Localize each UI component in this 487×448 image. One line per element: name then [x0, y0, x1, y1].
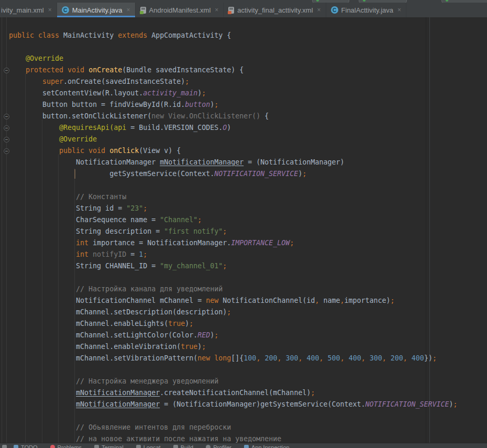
code-content: public class MainActivity extends AppCom… — [0, 30, 487, 443]
code-line[interactable]: mChannel.setLightColor(Color.RED); — [0, 330, 487, 341]
code-token: mNotificationManager — [76, 389, 160, 397]
close-tab-icon[interactable]: × — [317, 6, 321, 14]
tab-FinalActtivity.java[interactable]: CFinalActtivity.java× — [326, 3, 406, 17]
tool-window-button-todo[interactable]: TODO — [14, 444, 38, 448]
code-token: NotificationChannel mChannel = — [9, 297, 206, 304]
code-token: 100 — [244, 354, 256, 362]
code-token: ; — [227, 308, 231, 316]
code-token: // Константы — [9, 193, 126, 201]
code-token: ; — [302, 170, 306, 178]
code-token — [386, 354, 391, 362]
code-line[interactable] — [0, 410, 487, 422]
code-token: "first notify" — [164, 227, 223, 235]
code-line[interactable]: @Override — [0, 134, 487, 145]
code-line[interactable]: mNotificationManager = (NotificationMana… — [0, 399, 487, 410]
code-line[interactable]: setContentView(R.layout.activity_main); — [0, 88, 487, 99]
tool-window-button-problems[interactable]: Problems — [50, 444, 82, 448]
code-token: AppCompatActivity { — [147, 31, 231, 39]
code-token: ; — [223, 262, 227, 270]
code-token: ; — [143, 204, 147, 212]
code-line[interactable]: super.onCreate(savedInstanceState); — [0, 76, 487, 88]
code-token: // на новое активити после нажатия на ув… — [9, 435, 281, 443]
tool-window-button-partial[interactable] — [2, 445, 7, 448]
tool-window-button-profiler[interactable]: Profiler — [206, 444, 231, 448]
code-line[interactable]: mChannel.enableVibration(true); — [0, 341, 487, 353]
java-class-icon: C — [62, 6, 69, 14]
code-line[interactable]: @RequiresApi(api = Build.VERSION_CODES.O… — [0, 122, 487, 134]
fold-marker-icon[interactable]: − — [4, 137, 9, 143]
tab-activity_final_acttivity.xml[interactable]: activity_final_acttivity.xml× — [224, 3, 326, 17]
code-line[interactable] — [0, 272, 487, 283]
tool-window-button-logcat[interactable]: Logcat — [136, 444, 161, 448]
code-line[interactable]: NotificationChannel mChannel = new Notif… — [0, 295, 487, 307]
code-line[interactable]: mNotificationManager.createNotificationC… — [0, 387, 487, 399]
code-token: ; — [223, 227, 227, 235]
code-line[interactable]: int importance = NotificationManager.IMP… — [0, 237, 487, 249]
code-line[interactable]: // Обьявление интентов для переброски — [0, 422, 487, 433]
tab-AndroidManifest.xml[interactable]: AndroidManifest.xml× — [136, 3, 224, 17]
code-line[interactable]: Button button = findViewById(R.id.button… — [0, 99, 487, 111]
tab-ivity_main.xml[interactable]: ivity_main.xml× — [0, 3, 57, 17]
code-token: ) — [449, 400, 453, 408]
code-line[interactable]: String CHANNEL_ID = "my_channel_01"; — [0, 260, 487, 272]
code-token: , — [340, 354, 345, 362]
code-token: mNotificationManager — [160, 158, 244, 166]
tool-window-label: Terminal — [102, 444, 124, 448]
code-line[interactable]: @Override — [0, 53, 487, 64]
code-line[interactable] — [0, 41, 487, 53]
code-line[interactable]: String id = "23"; — [0, 203, 487, 214]
tool-window-label: TODO — [21, 444, 38, 448]
code-token: button — [185, 101, 210, 108]
code-token: []{ — [231, 354, 244, 362]
code-line[interactable] — [0, 180, 487, 191]
code-line[interactable]: public class MainActivity extends AppCom… — [0, 30, 487, 41]
tool-window-button-app-inspection[interactable]: App Inspection — [244, 444, 290, 448]
code-token: "Channel" — [160, 216, 197, 224]
manifest-file-icon — [140, 7, 146, 14]
tool-window-button-terminal[interactable]: Terminal — [94, 444, 124, 448]
code-line[interactable]: getSystemService(Context.NOTIFICATION_SE… — [0, 168, 487, 180]
code-token: ) — [227, 124, 231, 132]
fold-marker-icon[interactable]: − — [4, 68, 9, 73]
close-tab-icon[interactable]: × — [126, 6, 130, 14]
code-line[interactable]: public void onClick(View v) { — [0, 145, 487, 157]
code-token: ; — [143, 250, 147, 258]
tab-label: ivity_main.xml — [1, 6, 44, 14]
code-token: CharSequence name = — [9, 216, 160, 224]
close-tab-icon[interactable]: × — [397, 6, 401, 14]
fold-marker-icon[interactable]: − — [4, 114, 9, 119]
code-editor[interactable]: public class MainActivity extends AppCom… — [0, 17, 487, 443]
code-token: , — [298, 354, 303, 362]
code-line[interactable]: // Настройка менеджера уведомлений — [0, 376, 487, 387]
code-line[interactable]: // Настройка канала для уведомлений — [0, 283, 487, 295]
editor-tab-bar: ivity_main.xml×CMainActivity.java×Androi… — [0, 3, 487, 17]
code-line[interactable]: String description = "first notify"; — [0, 226, 487, 237]
code-line[interactable]: mChannel.setVibrationPattern(new long[]{… — [0, 353, 487, 364]
fold-marker-icon[interactable]: − — [4, 125, 9, 131]
code-line[interactable]: protected void onCreate(Bundle savedInst… — [0, 64, 487, 76]
code-line[interactable]: // на новое активити после нажатия на ув… — [0, 433, 487, 443]
code-token: mChannel.enableLights( — [9, 320, 168, 327]
code-line[interactable]: button.setOnClickListener(new View.OnCli… — [0, 111, 487, 122]
close-tab-icon[interactable]: × — [48, 6, 52, 14]
tab-MainActivity.java[interactable]: CMainActivity.java× — [57, 3, 136, 17]
code-token — [9, 400, 76, 408]
code-token — [9, 389, 76, 397]
code-line[interactable]: int notifyID = 1; — [0, 249, 487, 260]
code-line[interactable]: CharSequence name = "Channel"; — [0, 214, 487, 226]
code-line[interactable] — [0, 364, 487, 376]
code-token — [345, 354, 349, 362]
fold-marker-icon[interactable]: − — [4, 148, 9, 154]
code-token: ; — [433, 354, 437, 362]
code-token — [366, 354, 370, 362]
run-icon — [316, 0, 319, 2]
code-token: ; — [453, 400, 458, 408]
tool-window-button-build[interactable]: Build — [173, 444, 193, 448]
code-token: ; — [202, 343, 206, 351]
code-line[interactable]: mChannel.setDescription(description); — [0, 307, 487, 318]
code-line[interactable]: NotificationManager mNotificationManager… — [0, 157, 487, 168]
code-line[interactable]: mChannel.enableLights(true); — [0, 318, 487, 330]
code-token — [324, 354, 328, 362]
code-line[interactable]: // Константы — [0, 191, 487, 203]
close-tab-icon[interactable]: × — [215, 6, 218, 14]
